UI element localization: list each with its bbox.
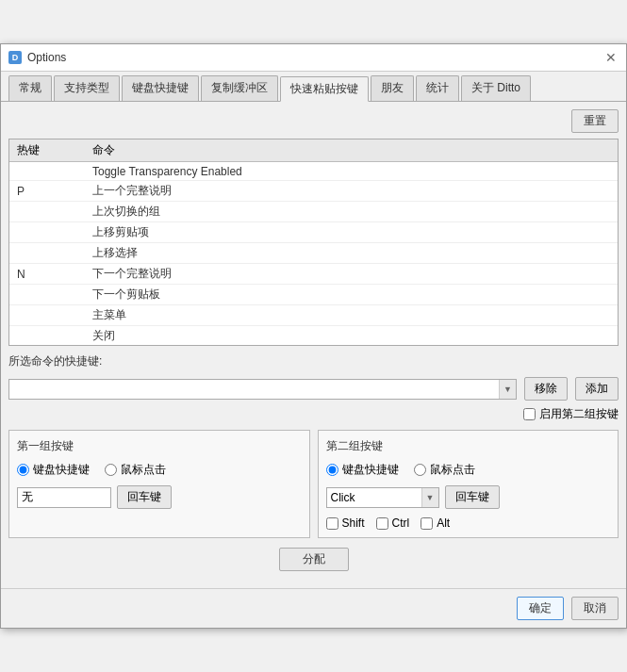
- table-row[interactable]: 主菜单: [9, 305, 618, 326]
- alt-label: Alt: [437, 516, 450, 530]
- remove-button[interactable]: 移除: [524, 377, 568, 401]
- content-area: 重置 热键 命令 Toggle Transparency Enabled P 上…: [1, 102, 626, 588]
- table-row[interactable]: N 下一个完整说明: [9, 264, 618, 285]
- tab-support-type[interactable]: 支持类型: [54, 75, 120, 101]
- shortcut-dropdown-arrow[interactable]: ▼: [499, 380, 516, 399]
- title-left: D Options: [8, 51, 66, 64]
- group1-title: 第一组按键: [17, 438, 302, 454]
- second-hotkey-checkbox-label[interactable]: 启用第二组按键: [523, 406, 619, 422]
- cancel-button[interactable]: 取消: [571, 597, 619, 620]
- close-button[interactable]: ✕: [603, 50, 619, 65]
- table-row[interactable]: 上移剪贴项: [9, 222, 618, 243]
- reset-row: 重置: [8, 109, 619, 133]
- group2-radio-row: 键盘快捷键 鼠标点击: [326, 462, 611, 478]
- group2-input-row: Click ▼ 回车键: [326, 485, 611, 509]
- second-hotkey-row: 启用第二组按键: [8, 406, 619, 422]
- table-header: 热键 命令: [9, 139, 618, 162]
- group2-radio-keyboard[interactable]: 键盘快捷键: [326, 462, 399, 478]
- window-title: Options: [27, 51, 66, 64]
- group2-radio-mouse[interactable]: 鼠标点击: [414, 462, 475, 478]
- options-window: D Options ✕ 常规 支持类型 键盘快捷键 复制缓冲区 快速粘贴按键 朋…: [0, 43, 627, 629]
- tab-quick-paste[interactable]: 快速粘贴按键: [280, 76, 369, 102]
- tab-friends[interactable]: 朋友: [371, 75, 414, 101]
- title-bar: D Options ✕: [1, 44, 626, 72]
- ctrl-checkbox[interactable]: [376, 517, 388, 530]
- table-row[interactable]: Toggle Transparency Enabled: [9, 162, 618, 181]
- ctrl-label: Ctrl: [392, 516, 410, 530]
- table-row[interactable]: 关闭: [9, 326, 618, 346]
- ctrl-checkbox-label[interactable]: Ctrl: [376, 516, 410, 530]
- group1-radio-mouse[interactable]: 鼠标点击: [105, 462, 166, 478]
- shortcut-label: 所选命令的快捷键:: [8, 353, 102, 369]
- group2-enter-button[interactable]: 回车键: [445, 485, 500, 509]
- tab-stats[interactable]: 统计: [416, 75, 459, 101]
- tab-copy-buffer[interactable]: 复制缓冲区: [201, 75, 278, 101]
- shift-checkbox-label[interactable]: Shift: [326, 516, 365, 530]
- groups-row: 第一组按键 键盘快捷键 鼠标点击 回车键: [8, 430, 619, 538]
- table-row[interactable]: 上次切换的组: [9, 202, 618, 222]
- tab-general[interactable]: 常规: [8, 75, 52, 101]
- alt-checkbox[interactable]: [421, 517, 433, 530]
- second-hotkey-checkbox[interactable]: [523, 408, 536, 420]
- reset-button[interactable]: 重置: [571, 109, 619, 133]
- shift-label: Shift: [342, 516, 365, 530]
- modifiers-row: Shift Ctrl Alt: [326, 516, 611, 530]
- app-icon: D: [8, 51, 22, 64]
- group2-dropdown-value: Click: [327, 488, 421, 507]
- table-row[interactable]: 下一个剪贴板: [9, 285, 618, 305]
- group2-box: 第二组按键 键盘快捷键 鼠标点击 Click ▼: [318, 430, 619, 538]
- group2-dropdown-wrapper[interactable]: Click ▼: [326, 487, 439, 508]
- alt-checkbox-label[interactable]: Alt: [421, 516, 450, 530]
- shortcut-row: 所选命令的快捷键:: [8, 353, 619, 369]
- group1-input-row: 回车键: [17, 485, 302, 509]
- tab-keyboard-shortcuts[interactable]: 键盘快捷键: [122, 75, 199, 101]
- hotkey-table: 热键 命令 Toggle Transparency Enabled P 上一个完…: [8, 139, 619, 346]
- bottom-bar: 确定 取消: [1, 588, 626, 628]
- shift-checkbox[interactable]: [326, 517, 338, 530]
- group1-key-input[interactable]: [17, 487, 111, 508]
- col-header-command: 命令: [92, 142, 610, 158]
- second-hotkey-label: 启用第二组按键: [539, 406, 619, 422]
- tab-bar: 常规 支持类型 键盘快捷键 复制缓冲区 快速粘贴按键 朋友 统计 关于 Ditt…: [1, 72, 626, 102]
- tab-about[interactable]: 关于 Ditto: [461, 75, 531, 101]
- group1-radio-keyboard[interactable]: 键盘快捷键: [17, 462, 90, 478]
- group1-box: 第一组按键 键盘快捷键 鼠标点击 回车键: [8, 430, 310, 538]
- shortcut-input[interactable]: [9, 380, 499, 399]
- group1-radio-row: 键盘快捷键 鼠标点击: [17, 462, 302, 478]
- ok-button[interactable]: 确定: [517, 597, 564, 620]
- table-row[interactable]: 上移选择: [9, 243, 618, 264]
- assign-button[interactable]: 分配: [279, 548, 349, 571]
- group2-dropdown-arrow[interactable]: ▼: [421, 488, 438, 507]
- group1-enter-button[interactable]: 回车键: [117, 485, 172, 509]
- add-button[interactable]: 添加: [575, 377, 619, 401]
- assign-row: 分配: [8, 548, 619, 571]
- table-row[interactable]: P 上一个完整说明: [9, 181, 618, 202]
- group2-title: 第二组按键: [326, 438, 611, 454]
- col-header-hotkey: 热键: [17, 142, 92, 158]
- shortcut-select-wrapper[interactable]: ▼: [8, 379, 517, 400]
